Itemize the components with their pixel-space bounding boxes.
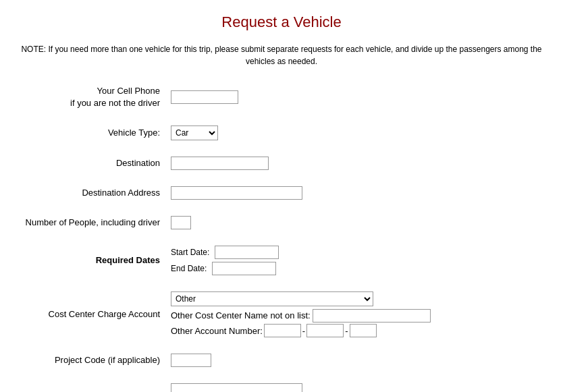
note-text: NOTE: If you need more than one vehicle … [10, 43, 553, 67]
other-cost-center-label: Other Cost Center Name not on list: [171, 310, 311, 320]
num-people-input[interactable] [171, 216, 191, 229]
cost-center-label: Cost Center Charge Account [10, 287, 165, 341]
account-number-input-2[interactable] [306, 324, 344, 337]
destination-row: Destination [10, 152, 553, 174]
start-date-label: Start Date: [171, 248, 209, 257]
cost-center-select[interactable]: Other Option1 Option2 [171, 291, 373, 306]
end-date-label: End Date: [171, 264, 207, 273]
cell-phone-input[interactable] [171, 90, 238, 104]
comments-label: Please enter pickup and return time, and… [10, 379, 165, 392]
project-code-label: Project Code (if applicable) [10, 349, 165, 371]
account-number-row: Other Account Number: - - [171, 324, 547, 337]
other-cost-center-input[interactable] [313, 309, 431, 323]
destination-label: Destination [10, 152, 165, 174]
num-people-label: Number of People, including driver [10, 212, 165, 233]
dash-2: - [345, 326, 348, 336]
cost-center-row: Cost Center Charge Account Other Option1… [10, 287, 553, 341]
project-code-row: Project Code (if applicable) [10, 349, 553, 371]
account-number-input-3[interactable] [350, 324, 377, 337]
account-number-input-1[interactable] [264, 324, 301, 337]
destination-address-label: Destination Address [10, 182, 165, 204]
required-dates-label: Required Dates [10, 242, 165, 279]
destination-input[interactable] [171, 157, 269, 170]
end-date-item: End Date: [171, 262, 547, 275]
vehicle-type-row: Vehicle Type: Car Van Bus Truck [10, 121, 553, 144]
other-cost-center-row: Other Cost Center Name not on list: [171, 309, 547, 323]
dash-1: - [302, 326, 305, 336]
required-dates-row: Required Dates Start Date: End Date: [10, 242, 553, 279]
form-table: Your Cell Phone if you are not the drive… [10, 81, 553, 392]
cell-phone-row: Your Cell Phone if you are not the drive… [10, 81, 553, 113]
comments-textarea[interactable] [171, 383, 302, 392]
comments-row: Please enter pickup and return time, and… [10, 379, 553, 392]
end-date-input[interactable] [212, 262, 276, 275]
vehicle-type-label: Vehicle Type: [10, 121, 165, 144]
start-date-item: Start Date: [171, 246, 547, 259]
destination-address-row: Destination Address [10, 182, 553, 204]
destination-address-input[interactable] [171, 186, 302, 200]
start-date-input[interactable] [215, 246, 279, 259]
project-code-input[interactable] [171, 354, 211, 367]
cell-phone-label: Your Cell Phone if you are not the drive… [10, 81, 165, 113]
page-title: Request a Vehicle [10, 13, 553, 31]
num-people-row: Number of People, including driver [10, 212, 553, 233]
account-number-label: Other Account Number: [171, 326, 263, 336]
vehicle-type-select[interactable]: Car Van Bus Truck [171, 125, 218, 140]
